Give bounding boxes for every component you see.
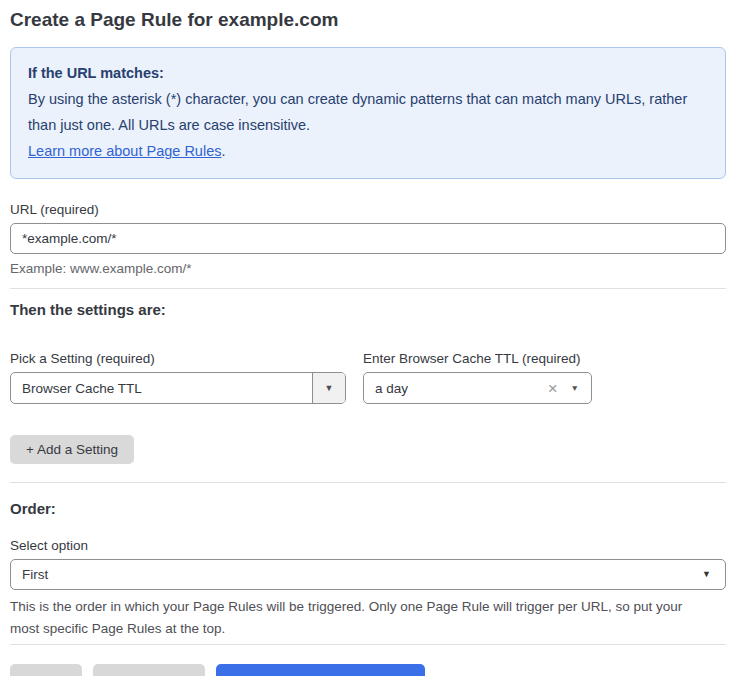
save-and-deploy-button[interactable]: Save and Deploy Page Rule [216,664,426,676]
chevron-down-icon: ▼ [702,570,711,579]
setting-picker-label: Pick a Setting (required) [10,350,346,367]
add-setting-button[interactable]: + Add a Setting [10,435,134,464]
settings-section-heading: Then the settings are: [10,300,726,319]
setting-picker-value: Browser Cache TTL [11,381,312,396]
divider [10,482,726,483]
order-select[interactable]: First ▼ [10,559,726,590]
page-title: Create a Page Rule for example.com [10,8,726,32]
order-select-label: Select option [10,537,726,554]
divider [10,288,726,289]
link-suffix: . [221,143,225,159]
setting-picker-select[interactable]: Browser Cache TTL ▼ [10,372,346,404]
order-helper-text: This is the order in which your Page Rul… [10,596,712,640]
ttl-picker-label: Enter Browser Cache TTL (required) [363,350,592,367]
url-field-label: URL (required) [10,201,726,218]
learn-more-link[interactable]: Learn more about Page Rules [28,143,221,159]
info-box-body: By using the asterisk (*) character, you… [28,86,708,138]
setting-picker-arrow-section[interactable]: ▼ [312,373,345,403]
divider [10,644,726,645]
order-section-heading: Order: [10,499,726,518]
ttl-picker-select[interactable]: a day × ▼ [363,372,592,404]
ttl-picker-value: a day [364,381,548,396]
url-example-helper: Example: www.example.com/* [10,261,726,277]
cancel-button[interactable]: Cancel [10,664,82,676]
chevron-down-icon: ▼ [571,384,579,393]
info-box-heading: If the URL matches: [28,60,708,86]
info-box-link-line: Learn more about Page Rules. [28,138,708,164]
url-match-info-box: If the URL matches: By using the asteris… [10,47,726,179]
ttl-picker-column: Enter Browser Cache TTL (required) a day… [363,350,592,404]
url-input[interactable] [10,223,726,254]
settings-row: Pick a Setting (required) Browser Cache … [10,350,726,404]
footer-actions: Cancel Save as Draft Save and Deploy Pag… [10,664,726,676]
order-select-value: First [11,567,702,582]
setting-picker-column: Pick a Setting (required) Browser Cache … [10,350,346,404]
chevron-down-icon: ▼ [325,384,334,393]
save-as-draft-button[interactable]: Save as Draft [93,664,205,676]
page-rule-form: Create a Page Rule for example.com If th… [0,0,736,676]
clear-icon[interactable]: × [548,380,558,397]
